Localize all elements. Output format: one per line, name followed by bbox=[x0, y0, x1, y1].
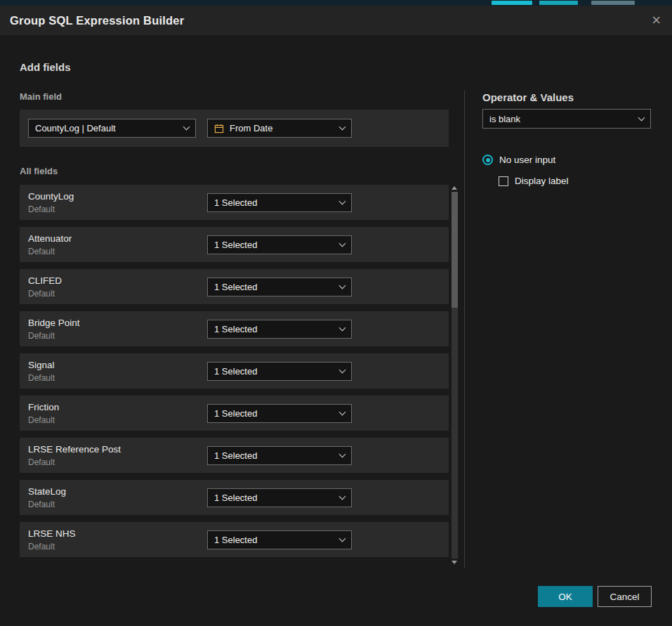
field-subtitle: Default bbox=[28, 457, 207, 467]
field-row: CountyLog Default 1 Selected bbox=[20, 185, 449, 220]
field-selection-value: 1 Selected bbox=[214, 493, 257, 503]
field-row: Friction Default 1 Selected bbox=[20, 396, 449, 431]
field-subtitle: Default bbox=[28, 415, 207, 425]
field-selection-dropdown[interactable]: 1 Selected bbox=[207, 530, 352, 549]
layer-dropdown-value: CountyLog | Default bbox=[35, 123, 116, 133]
all-fields-list: CountyLog Default 1 Selected Attenuator … bbox=[20, 185, 449, 557]
background-app-strip bbox=[0, 0, 672, 6]
field-selection-dropdown[interactable]: 1 Selected bbox=[207, 235, 352, 254]
chevron-down-icon bbox=[339, 535, 346, 542]
no-user-input-radio[interactable]: No user input bbox=[482, 155, 555, 165]
chevron-down-icon bbox=[339, 324, 346, 331]
field-selection-value: 1 Selected bbox=[214, 324, 257, 334]
date-field-dropdown[interactable]: From Date bbox=[207, 119, 352, 138]
field-subtitle: Default bbox=[28, 542, 207, 552]
chevron-down-icon bbox=[339, 282, 346, 289]
background-fragment bbox=[539, 1, 578, 5]
field-info: CountyLog Default bbox=[28, 191, 207, 214]
field-selection-value: 1 Selected bbox=[214, 535, 257, 545]
main-field-label: Main field bbox=[20, 91, 62, 102]
cancel-button[interactable]: Cancel bbox=[598, 586, 652, 607]
dialog-title: Group SQL Expression Builder bbox=[10, 14, 184, 27]
chevron-down-icon bbox=[339, 408, 346, 415]
field-name: LRSE Reference Post bbox=[28, 444, 207, 455]
date-field-dropdown-value: From Date bbox=[230, 123, 272, 133]
field-subtitle: Default bbox=[28, 500, 207, 509]
background-fragment bbox=[591, 1, 635, 5]
field-selection-value: 1 Selected bbox=[214, 282, 257, 292]
operator-values-heading: Operator & Values bbox=[482, 91, 574, 103]
field-info: LRSE Reference Post Default bbox=[28, 444, 207, 467]
add-fields-heading: Add fields bbox=[20, 61, 71, 73]
field-selection-value: 1 Selected bbox=[214, 408, 257, 419]
field-name: LRSE NHS bbox=[28, 528, 207, 539]
page: Group SQL Expression Builder × Add field… bbox=[0, 0, 672, 626]
field-name: CLIFED bbox=[28, 275, 207, 286]
display-label-checkbox[interactable]: Display label bbox=[499, 176, 569, 186]
field-row: LRSE NHS Default 1 Selected bbox=[20, 522, 449, 557]
all-fields-label: All fields bbox=[20, 166, 58, 176]
field-selection-dropdown[interactable]: 1 Selected bbox=[207, 193, 352, 212]
dialog-header: Group SQL Expression Builder × bbox=[0, 6, 672, 35]
checkbox-unchecked-icon bbox=[499, 176, 508, 186]
display-label-text: Display label bbox=[515, 176, 569, 186]
field-subtitle: Default bbox=[28, 373, 207, 383]
field-selection-dropdown[interactable]: 1 Selected bbox=[207, 320, 352, 339]
field-info: LRSE NHS Default bbox=[28, 528, 207, 552]
field-selection-value: 1 Selected bbox=[214, 366, 257, 377]
scrollbar[interactable] bbox=[450, 186, 459, 564]
field-row: Signal Default 1 Selected bbox=[20, 353, 449, 389]
chevron-down-icon bbox=[339, 450, 346, 457]
field-subtitle: Default bbox=[28, 331, 207, 341]
field-name: Bridge Point bbox=[28, 318, 207, 328]
radio-selected-icon bbox=[482, 155, 493, 165]
field-info: Bridge Point Default bbox=[28, 318, 207, 341]
field-name: Attenuator bbox=[28, 233, 207, 244]
field-selection-dropdown[interactable]: 1 Selected bbox=[207, 446, 352, 465]
field-selection-dropdown[interactable]: 1 Selected bbox=[207, 362, 352, 381]
operator-dropdown-value: is blank bbox=[489, 114, 520, 124]
layer-dropdown[interactable]: CountyLog | Default bbox=[28, 119, 196, 138]
close-icon[interactable]: × bbox=[652, 13, 661, 28]
field-row: Bridge Point Default 1 Selected bbox=[20, 311, 449, 346]
field-row: StateLog Default 1 Selected bbox=[20, 480, 449, 515]
field-subtitle: Default bbox=[28, 204, 207, 214]
background-fragment bbox=[492, 1, 532, 5]
field-info: Friction Default bbox=[28, 402, 207, 425]
field-name: CountyLog bbox=[28, 191, 207, 202]
scroll-up-icon[interactable] bbox=[452, 186, 457, 190]
field-info: StateLog Default bbox=[28, 486, 207, 509]
field-selection-dropdown[interactable]: 1 Selected bbox=[207, 278, 352, 296]
scrollbar-thumb[interactable] bbox=[452, 192, 458, 308]
chevron-down-icon bbox=[339, 197, 346, 204]
field-row: CLIFED Default 1 Selected bbox=[20, 269, 449, 304]
field-name: StateLog bbox=[28, 486, 207, 497]
chevron-down-icon bbox=[339, 493, 346, 500]
main-field-panel: CountyLog | Default From Date bbox=[20, 110, 449, 147]
chevron-down-icon bbox=[638, 114, 645, 121]
calendar-icon bbox=[214, 124, 224, 133]
dialog-group-sql-expression-builder: Group SQL Expression Builder × Add field… bbox=[0, 6, 672, 626]
scroll-down-icon[interactable] bbox=[452, 561, 457, 564]
vertical-divider bbox=[464, 90, 465, 568]
field-selection-dropdown[interactable]: 1 Selected bbox=[207, 404, 352, 423]
field-name: Friction bbox=[28, 402, 207, 412]
field-selection-value: 1 Selected bbox=[214, 450, 257, 461]
scrollbar-track[interactable] bbox=[452, 192, 458, 559]
no-user-input-label: No user input bbox=[499, 155, 555, 165]
all-fields-section: CountyLog Default 1 Selected Attenuator … bbox=[20, 185, 459, 564]
field-selection-dropdown[interactable]: 1 Selected bbox=[207, 488, 352, 507]
ok-button[interactable]: OK bbox=[538, 586, 593, 607]
field-row: Attenuator Default 1 Selected bbox=[20, 227, 449, 262]
field-info: Attenuator Default bbox=[28, 233, 207, 256]
chevron-down-icon bbox=[339, 240, 346, 247]
field-subtitle: Default bbox=[28, 247, 207, 256]
chevron-down-icon bbox=[183, 124, 190, 131]
field-info: Signal Default bbox=[28, 360, 207, 383]
field-subtitle: Default bbox=[28, 289, 207, 299]
field-name: Signal bbox=[28, 360, 207, 370]
field-info: CLIFED Default bbox=[28, 275, 207, 299]
field-selection-value: 1 Selected bbox=[214, 240, 257, 250]
operator-dropdown[interactable]: is blank bbox=[482, 109, 651, 129]
chevron-down-icon bbox=[339, 124, 346, 131]
